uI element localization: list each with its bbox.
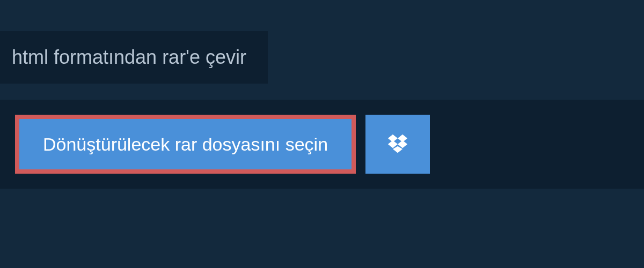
select-file-label: Dönüştürülecek rar dosyasını seçin — [43, 135, 328, 153]
dropbox-button[interactable] — [365, 115, 430, 174]
dropbox-icon — [386, 133, 409, 155]
upload-section: Dönüştürülecek rar dosyasını seçin — [0, 100, 644, 189]
page-title: html formatından rar'e çevir — [12, 46, 246, 69]
page-header: html formatından rar'e çevir — [0, 31, 268, 84]
select-file-button[interactable]: Dönüştürülecek rar dosyasını seçin — [15, 115, 356, 174]
